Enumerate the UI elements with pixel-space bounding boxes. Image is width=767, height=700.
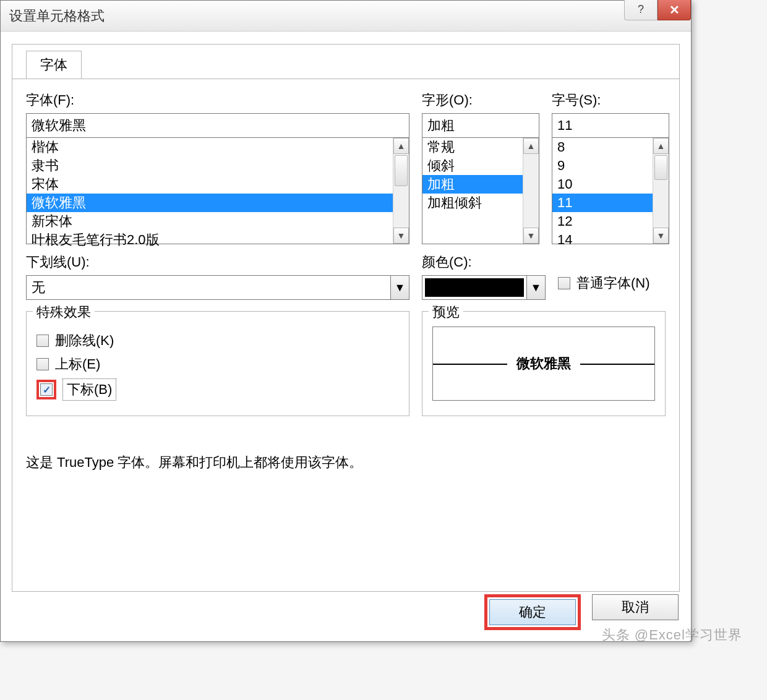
list-item[interactable]: 8	[552, 138, 669, 156]
list-item[interactable]: 隶书	[27, 156, 409, 175]
subscript-label: 下标(B)	[62, 378, 116, 401]
cancel-button[interactable]: 取消	[592, 594, 679, 620]
color-dropdown[interactable]: ▼	[422, 275, 546, 300]
scrollbar[interactable]: ▲ ▼	[523, 138, 539, 244]
effects-label: 特殊效果	[33, 303, 95, 322]
scroll-up-icon[interactable]: ▲	[523, 138, 539, 154]
chevron-down-icon[interactable]: ▼	[526, 276, 545, 299]
style-listbox[interactable]: 常规 倾斜 加粗 加粗倾斜 ▲ ▼	[422, 138, 539, 244]
list-item[interactable]: 叶根友毛笔行书2.0版	[27, 231, 409, 249]
list-item[interactable]: 宋体	[27, 175, 409, 194]
list-item[interactable]: 新宋体	[27, 212, 409, 231]
style-label: 字形(O):	[422, 91, 539, 109]
list-item[interactable]: 微软雅黑	[27, 194, 409, 212]
preview-label: 预览	[429, 303, 463, 322]
style-input[interactable]: 加粗	[422, 113, 539, 138]
superscript-checkbox[interactable]	[36, 358, 49, 370]
superscript-label: 上标(E)	[55, 355, 100, 373]
list-item[interactable]: 11	[552, 194, 669, 212]
ok-button[interactable]: 确定	[489, 599, 576, 625]
scrollbar[interactable]: ▲ ▼	[393, 138, 409, 244]
dialog-content: 字体 字体(F): 微软雅黑 楷体 隶书 宋体 微软雅黑 新宋体 叶根友毛笔	[12, 44, 680, 592]
strikethrough-checkbox[interactable]	[36, 335, 49, 347]
close-button[interactable]: ✕	[658, 0, 691, 20]
normal-font-label: 普通字体(N)	[576, 274, 650, 292]
scroll-thumb[interactable]	[395, 155, 408, 186]
underline-label: 下划线(U):	[26, 253, 409, 271]
watermark: 头条 @Excel学习世界	[602, 626, 742, 644]
color-label: 颜色(C):	[422, 253, 546, 271]
list-item[interactable]: 倾斜	[422, 156, 539, 175]
preview-groupbox: 预览 微软雅黑	[422, 311, 666, 416]
chevron-down-icon[interactable]: ▼	[390, 276, 409, 299]
effects-groupbox: 特殊效果 删除线(K) 上标(E) 下标(B)	[26, 311, 409, 416]
underline-dropdown[interactable]: 无 ▼	[26, 275, 409, 300]
dialog-title: 设置单元格格式	[9, 7, 105, 25]
font-input[interactable]: 微软雅黑	[26, 113, 409, 138]
preview-box: 微软雅黑	[432, 327, 655, 401]
normal-font-checkbox[interactable]	[558, 277, 570, 289]
list-item[interactable]: 10	[552, 175, 669, 194]
truetype-note: 这是 TrueType 字体。屏幕和打印机上都将使用该字体。	[26, 453, 666, 472]
size-input[interactable]: 11	[552, 113, 669, 138]
list-item[interactable]: 加粗倾斜	[422, 194, 539, 212]
scroll-down-icon[interactable]: ▼	[653, 228, 669, 244]
font-label: 字体(F):	[26, 91, 409, 109]
help-button[interactable]: ?	[624, 0, 658, 20]
size-label: 字号(S):	[552, 91, 669, 109]
color-swatch	[425, 278, 524, 297]
titlebar: 设置单元格格式 ? ✕	[1, 1, 691, 32]
list-item[interactable]: 楷体	[27, 138, 409, 156]
scroll-down-icon[interactable]: ▼	[523, 228, 539, 244]
subscript-checkbox[interactable]	[40, 383, 53, 396]
list-item[interactable]: 加粗	[422, 175, 539, 194]
list-item[interactable]: 9	[552, 156, 669, 175]
scroll-down-icon[interactable]: ▼	[393, 228, 409, 244]
tab-font[interactable]: 字体	[26, 51, 82, 79]
list-item[interactable]: 12	[552, 212, 669, 231]
strikethrough-label: 删除线(K)	[55, 331, 114, 350]
scroll-up-icon[interactable]: ▲	[393, 138, 409, 154]
size-listbox[interactable]: 8 9 10 11 12 14 ▲ ▼	[552, 138, 669, 244]
scroll-up-icon[interactable]: ▲	[653, 138, 669, 154]
list-item[interactable]: 14	[552, 231, 669, 249]
font-listbox[interactable]: 楷体 隶书 宋体 微软雅黑 新宋体 叶根友毛笔行书2.0版 ▲ ▼	[26, 138, 409, 244]
list-item[interactable]: 常规	[422, 138, 539, 156]
scrollbar[interactable]: ▲ ▼	[653, 138, 669, 244]
format-cells-dialog: 设置单元格格式 ? ✕ 字体 字体(F): 微软雅黑 楷体 隶书 宋体	[0, 0, 692, 642]
scroll-thumb[interactable]	[654, 155, 667, 180]
